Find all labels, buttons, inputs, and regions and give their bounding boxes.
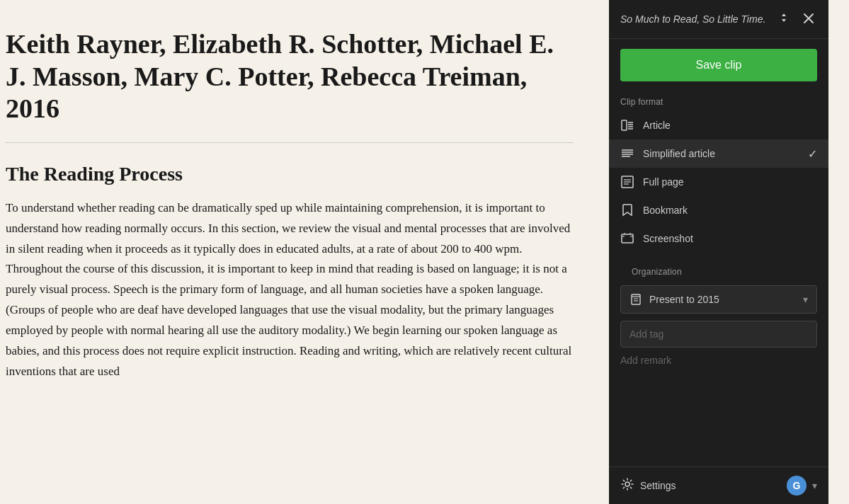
simplified-article-format-icon [620, 147, 634, 161]
format-bookmark-label: Bookmark [643, 205, 817, 216]
selected-checkmark: ✓ [808, 147, 817, 161]
add-tag-input[interactable] [620, 321, 817, 348]
organization-section: Organization Present to 2015 ▾ [609, 253, 828, 314]
format-option-bookmark[interactable]: Bookmark [609, 196, 828, 224]
dropdown-arrow-icon: ▾ [803, 294, 808, 306]
panel-close-button[interactable] [800, 11, 817, 28]
close-icon [803, 13, 814, 24]
svg-rect-0 [622, 120, 627, 130]
settings-gear-icon [620, 477, 634, 495]
settings-label: Settings [640, 480, 781, 491]
add-remark-button[interactable]: Add remark [609, 348, 828, 366]
clip-panel: So Much to Read, So Little Time. Save cl… [609, 0, 828, 504]
panel-header: So Much to Read, So Little Time. [609, 0, 828, 39]
arrows-icon [777, 11, 790, 24]
user-avatar: G [787, 476, 807, 496]
settings-expand-icon: ▾ [812, 480, 817, 492]
format-fullpage-label: Full page [643, 176, 817, 188]
notebook-dropdown[interactable]: Present to 2015 ▾ [620, 285, 817, 314]
article-divider [6, 142, 574, 143]
article-format-icon [620, 118, 634, 132]
article-content: Keith Rayner, Elizabeth R. Schotter, Mic… [0, 0, 609, 504]
settings-bar[interactable]: Settings G ▾ [609, 466, 828, 504]
format-options-list: Article Simplified article ✓ [609, 111, 828, 253]
format-article-label: Article [643, 120, 817, 131]
save-clip-button[interactable]: Save clip [620, 49, 817, 81]
screenshot-format-icon [620, 231, 634, 246]
panel-header-controls [775, 10, 817, 28]
svg-rect-13 [622, 234, 633, 243]
format-simplified-label: Simplified article [643, 148, 799, 159]
article-body: To understand whether reading can be dra… [6, 198, 574, 382]
svg-point-18 [625, 482, 629, 486]
avatar-letter: G [793, 480, 801, 491]
article-section-title: The Reading Process [6, 163, 574, 185]
panel-navigate-button[interactable] [775, 10, 793, 28]
format-option-screenshot[interactable]: Screenshot [609, 224, 828, 253]
article-title: Keith Rayner, Elizabeth R. Schotter, Mic… [6, 28, 574, 125]
format-screenshot-label: Screenshot [643, 233, 817, 244]
clip-format-label: Clip format [609, 91, 828, 111]
format-option-full-page[interactable]: Full page [609, 168, 828, 196]
svg-rect-14 [632, 294, 640, 304]
format-option-simplified-article[interactable]: Simplified article ✓ [609, 139, 828, 168]
notebook-icon [629, 293, 642, 306]
notebook-name: Present to 2015 [649, 294, 796, 305]
panel-title: So Much to Read, So Little Time. [620, 13, 775, 25]
format-option-article[interactable]: Article [609, 111, 828, 139]
full-page-format-icon [620, 175, 634, 189]
organization-label: Organization [620, 261, 817, 281]
bookmark-format-icon [620, 203, 634, 217]
